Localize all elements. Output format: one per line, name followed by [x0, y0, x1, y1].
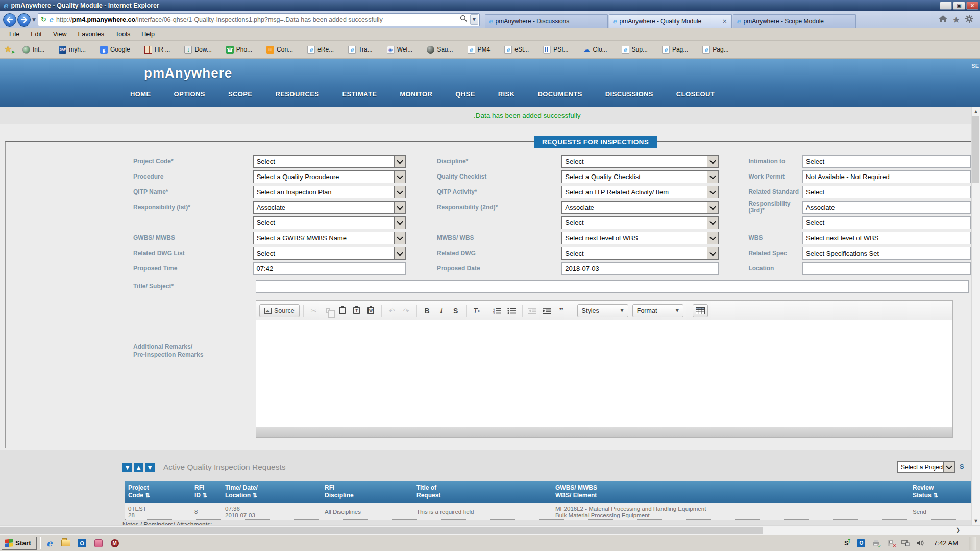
- cut-icon[interactable]: ✂: [307, 304, 321, 317]
- chevron-down-icon[interactable]: [707, 171, 718, 183]
- nav-item-risk[interactable]: RISK: [498, 90, 515, 98]
- favorite-ere-7[interactable]: eeRe...: [304, 44, 338, 55]
- styles-dropdown[interactable]: Styles▼: [577, 304, 628, 317]
- favorite-pho-5[interactable]: ☎Pho...: [223, 44, 256, 55]
- m-app-icon[interactable]: M: [110, 538, 120, 548]
- favorite-sau-10[interactable]: Sau...: [424, 44, 457, 55]
- project-code-select[interactable]: Select: [253, 155, 406, 168]
- chevron-down-icon[interactable]: [394, 171, 405, 183]
- paste-icon[interactable]: [336, 304, 349, 317]
- sort-up-button[interactable]: ▲: [134, 463, 143, 472]
- nav-item-options[interactable]: OPTIONS: [174, 90, 205, 98]
- internet-explorer-icon[interactable]: e: [44, 538, 55, 548]
- menu-item-edit[interactable]: Edit: [26, 29, 47, 39]
- chevron-down-icon[interactable]: [394, 232, 405, 244]
- favorite-pag-17[interactable]: ePag...: [699, 44, 732, 55]
- url-text[interactable]: http://pm4.pmanywhere.co/Interface/06-qh…: [56, 16, 458, 23]
- favorites-star-icon[interactable]: ★: [952, 15, 960, 25]
- qitp-activity-select[interactable]: Select an ITP Related Activity/ Item: [561, 186, 719, 198]
- chevron-down-icon[interactable]: [707, 156, 718, 167]
- table-row[interactable]: 0TEST28807:362018-07-03All DisciplinesTh…: [125, 503, 971, 520]
- gwbs-mwbs-select[interactable]: Select a GWBS/ MWBS Name: [253, 232, 406, 244]
- column-header-title-of-request[interactable]: Title ofRequest: [413, 481, 552, 503]
- file-explorer-icon[interactable]: [61, 538, 71, 548]
- vertical-scroll-thumb[interactable]: [972, 116, 979, 183]
- chevron-down-icon[interactable]: [707, 232, 718, 244]
- volume-tray-icon[interactable]: [916, 539, 925, 548]
- browser-tab-pmanywhere-quality-module[interactable]: epmAnywhere - Quality Module×: [609, 14, 732, 28]
- chevron-down-icon[interactable]: [943, 462, 954, 472]
- location-input[interactable]: [802, 262, 971, 275]
- refresh-icon[interactable]: ↻: [41, 16, 46, 23]
- favorite-tra-8[interactable]: eTra...: [345, 44, 377, 55]
- paste-text-icon[interactable]: T: [350, 304, 363, 317]
- outlook-tray-icon[interactable]: O: [856, 539, 866, 548]
- nav-item-monitor[interactable]: MONITOR: [400, 90, 432, 98]
- action-center-flag-icon[interactable]: ✕: [886, 539, 895, 548]
- responsibility-3rd-input[interactable]: Associate: [802, 201, 971, 214]
- favorite-sup-15[interactable]: eSup...: [619, 44, 652, 55]
- search-icon[interactable]: [458, 15, 469, 24]
- chevron-down-icon[interactable]: [394, 156, 405, 167]
- favorite-google-2[interactable]: gGoogle: [97, 44, 134, 55]
- nav-item-resources[interactable]: RESOURCES: [275, 90, 319, 98]
- chevron-down-icon[interactable]: [707, 247, 718, 259]
- intimation-to-input[interactable]: Select: [802, 155, 971, 168]
- favorite-psi-13[interactable]: PSI...: [540, 44, 572, 55]
- responsibility-ist-select[interactable]: Associate: [253, 201, 406, 214]
- network-tray-icon[interactable]: [901, 539, 910, 548]
- strikethrough-icon[interactable]: S: [449, 304, 462, 317]
- sort-down-button[interactable]: ▼: [145, 463, 155, 472]
- related-dwg-select[interactable]: Select: [561, 247, 719, 260]
- chevron-down-icon[interactable]: [394, 247, 405, 259]
- italic-icon[interactable]: I: [435, 304, 448, 317]
- chevron-down-icon[interactable]: [707, 186, 718, 198]
- bold-icon[interactable]: B: [421, 304, 434, 317]
- favorite-hr-3[interactable]: HR ...: [141, 44, 175, 55]
- column-header-time-date-location[interactable]: Time/ Date/Location ⇅: [222, 481, 322, 503]
- tab-close-icon[interactable]: ×: [721, 18, 728, 25]
- favorite-clo-14[interactable]: ☁Clo...: [580, 44, 611, 55]
- paste-word-icon[interactable]: W: [364, 304, 378, 317]
- indent-icon[interactable]: [541, 304, 554, 317]
- clipped-control[interactable]: S: [960, 463, 964, 470]
- vertical-scrollbar[interactable]: ▲ ▼: [971, 107, 980, 525]
- work-permit-input[interactable]: Not Available - Not Required: [802, 170, 971, 183]
- proposed-date-input[interactable]: 2018-07-03: [561, 262, 719, 275]
- taskbar-clock[interactable]: 7:42 AM: [930, 539, 963, 547]
- chevron-down-icon[interactable]: [394, 186, 405, 198]
- app-logo[interactable]: pmAnywhere: [144, 65, 232, 81]
- favorite-int-0[interactable]: Int...: [19, 44, 48, 55]
- menu-item-favorites[interactable]: Favorites: [73, 29, 109, 39]
- restore-button[interactable]: ▣: [953, 2, 965, 10]
- undo-icon[interactable]: ↶: [385, 304, 399, 317]
- related-standard-input[interactable]: Select: [802, 186, 971, 198]
- secondary-select[interactable]: Select: [253, 216, 406, 229]
- favorite-pm4-11[interactable]: ePM4: [464, 44, 495, 55]
- blockquote-icon[interactable]: ”: [555, 304, 568, 317]
- minimize-button[interactable]: –: [940, 2, 952, 10]
- home-icon[interactable]: [938, 15, 948, 25]
- related-dwg-list-select[interactable]: Select: [253, 247, 406, 260]
- chevron-down-icon[interactable]: [707, 202, 718, 213]
- nav-item-estimate[interactable]: ESTIMATE: [342, 90, 377, 98]
- discipline-select[interactable]: Select: [561, 155, 719, 168]
- remove-format-icon[interactable]: Tx: [470, 304, 483, 317]
- favorite-myh-1[interactable]: SAPmyh...: [56, 44, 90, 55]
- project-filter-select[interactable]: Select a Project: [897, 461, 955, 473]
- menu-item-file[interactable]: File: [4, 29, 24, 39]
- responsibility-2nd-select[interactable]: Associate: [561, 201, 719, 214]
- procedure-select[interactable]: Select a Quality Procudeure: [253, 170, 406, 183]
- scroll-right-icon[interactable]: ❯: [955, 527, 960, 533]
- wbs-input[interactable]: Select next level of WBS: [802, 232, 971, 244]
- mwbs-wbs-select[interactable]: Select next level of WBS: [561, 232, 719, 244]
- table-icon[interactable]: [693, 304, 708, 317]
- browser-tab-pmanywhere-discussions[interactable]: epmAnywhere - Discussions: [485, 14, 608, 28]
- add-favorite-icon[interactable]: ★➤: [4, 45, 15, 54]
- outlook-icon[interactable]: O: [77, 538, 87, 548]
- secondary-input[interactable]: Select: [802, 216, 971, 229]
- ordered-list-icon[interactable]: 123: [491, 304, 504, 317]
- nav-item-closeout[interactable]: CLOSEOUT: [676, 90, 715, 98]
- column-header-gwbs-mwbs-wbs-element[interactable]: GWBS/ MWBSWBS/ Element: [552, 481, 910, 503]
- sort-down-button[interactable]: ▼: [122, 463, 132, 472]
